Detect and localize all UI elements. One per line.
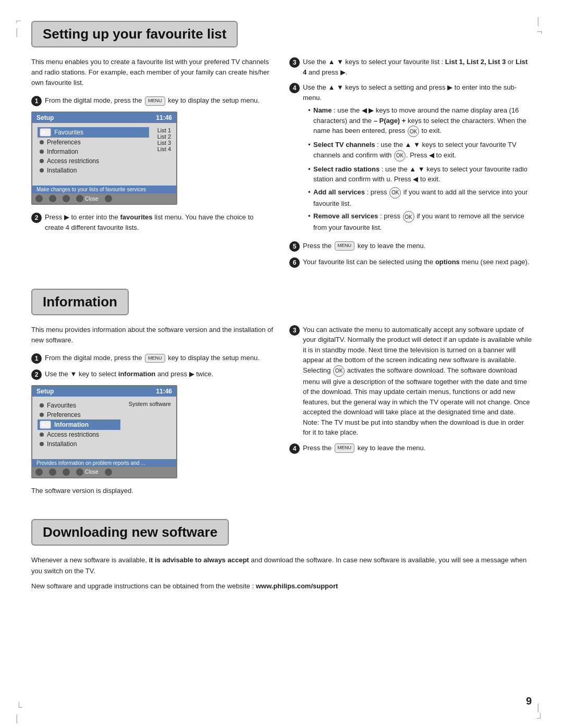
tv2-btn-close-circle [76, 468, 83, 476]
s2-step4-text: Press the MENU key to leave the menu. [303, 443, 425, 453]
menu-key-icon-s2: MENU [145, 354, 165, 363]
section2-intro: This menu provides information about the… [31, 325, 274, 346]
tv-list3: List 3 [157, 140, 171, 146]
step5-number: 5 [289, 241, 300, 252]
section2-step2: 2 Use the ▼ key to select information an… [31, 369, 274, 380]
tv-access-label: Access restrictions [47, 157, 99, 165]
s2-step4-number: 4 [289, 443, 300, 454]
section2-right: 3 You can activate the menu to automatic… [289, 325, 532, 503]
tv-screen-1: Setup 11:46 ★☆ Favourites [31, 112, 177, 205]
section2-step4: 4 Press the MENU key to leave the menu. [289, 443, 532, 454]
download-para2: New software and upgrade instructions ca… [31, 581, 532, 592]
bullet-select-radio: Select radio stations : use the ▲ ▼ keys… [308, 164, 532, 184]
tv-btn-3 [63, 195, 70, 202]
tv-time-1: 11:46 [156, 114, 172, 121]
tv2-access-label: Access restrictions [47, 431, 99, 438]
tv-title-1: Setup [36, 114, 54, 121]
section2-content: This menu provides information about the… [31, 325, 532, 503]
section1-title: Setting up your favourite list [43, 26, 226, 42]
bullet-add-all: Add all services : press OK if you want … [308, 187, 532, 209]
ok-icon-1: OK [408, 126, 419, 137]
step2-text: Press ▶ to enter into the favourites lis… [45, 212, 274, 232]
tv-dot-install [40, 168, 44, 172]
tv-menu-installation: Installation [38, 166, 149, 175]
software-displayed: The software version is displayed. [31, 486, 274, 496]
tv2-btn-2 [49, 468, 56, 476]
tv2-dot-fav [40, 403, 44, 408]
ok-icon-s2: OK [333, 365, 345, 377]
tv2-info-icon: ★☆ [40, 421, 51, 429]
tv2-btn-5 [105, 468, 112, 476]
tv-btn-close-1: Close [76, 195, 99, 202]
step2-number: 2 [31, 213, 42, 223]
bullet-name: Name : use the ◀ ▶ keys to move around t… [308, 105, 532, 137]
tv-time-2: 11:46 [156, 388, 172, 395]
tv-button-bar-1: Close [32, 193, 176, 204]
tv-menu-information: Information [38, 147, 149, 156]
tv-pref-label: Preferences [47, 139, 81, 146]
section2-step3: 3 You can activate the menu to automatic… [289, 325, 532, 438]
tv2-btn-3 [63, 468, 70, 476]
tv2-menu-information: ★☆ Information [38, 419, 120, 430]
tv2-sub-fav: System software [129, 401, 171, 407]
tv2-menu-preferences: Preferences [38, 410, 120, 419]
bullet-select-tv: Select TV channels : use the ▲ ▼ keys to… [308, 140, 532, 162]
tv2-close-label: Close [85, 469, 99, 475]
section3-header: Downloading new software [31, 519, 229, 546]
tv2-dot-access [40, 433, 44, 437]
s2-step2-text: Use the ▼ key to select information and … [45, 369, 213, 379]
tv2-menu-installation: Installation [38, 439, 120, 449]
ok-icon-3: OK [389, 187, 401, 199]
tv-right-col-2: System software [126, 401, 171, 449]
s2-step1-text: From the digital mode, press the MENU ke… [45, 353, 260, 363]
section1-content: This menu enables you to create a favour… [31, 57, 532, 273]
tv-list4: List 4 [157, 146, 171, 152]
tv-btn-2 [49, 195, 56, 202]
tv-content-2: Favourites Preferences ★☆ [32, 397, 176, 459]
bullet-remove-all: Remove all services : press OK if you wa… [308, 211, 532, 233]
s2-step3-number: 3 [289, 325, 300, 336]
tv-status-2: Provides information on problem reports … [32, 459, 176, 467]
step3-number: 3 [289, 57, 300, 68]
menu-key-icon-s2-4: MENU [335, 443, 355, 453]
section1-step3: 3 Use the ▲ ▼ keys to select your favour… [289, 57, 532, 77]
tv-title-2: Setup [36, 388, 54, 395]
section1-step2: 2 Press ▶ to enter into the favourites l… [31, 212, 274, 232]
section-information: Information This menu provides informati… [31, 289, 532, 503]
s2-step2-number: 2 [31, 369, 42, 380]
tv-list1: List 1 [157, 127, 171, 133]
section3-title: Downloading new software [43, 524, 217, 540]
tv-menu-access: Access restrictions [38, 156, 149, 166]
tv-dot-access [40, 159, 44, 163]
step4-number: 4 [289, 83, 300, 93]
section2-step1: 1 From the digital mode, press the MENU … [31, 353, 274, 364]
tv-status-1: Make changes to your lists of favourite … [32, 186, 176, 193]
tv-info-label: Information [47, 148, 78, 155]
tv-btn-close-circle [76, 195, 83, 202]
tv-right-col-1: List 1 List 2 List 3 List 4 [154, 127, 171, 175]
tv-close-label: Close [85, 196, 99, 202]
tv-fav-label: Favourites [54, 129, 83, 136]
step1-number: 1 [31, 96, 42, 106]
section1-step4: 4 Use the ▲ ▼ keys to select a setting a… [289, 82, 532, 236]
section1-left: This menu enables you to create a favour… [31, 57, 274, 273]
section2-left: This menu provides information about the… [31, 325, 274, 503]
tv2-dot-pref [40, 413, 44, 417]
step5-text: Press the MENU key to leave the menu. [303, 241, 425, 251]
tv2-fav-label: Favourites [47, 402, 76, 409]
s2-step1-number: 1 [31, 353, 42, 364]
tv2-info-label: Information [54, 421, 89, 428]
download-para1: Whenever a new software is available, it… [31, 555, 532, 577]
step4-text: Use the ▲ ▼ keys to select a setting and… [303, 82, 532, 236]
menu-key-icon: MENU [145, 96, 165, 106]
ok-icon-4: OK [403, 211, 414, 223]
step6-text: Your favourite list can be selected usin… [303, 257, 530, 267]
corner-mark-tr: | ¬ [537, 16, 547, 26]
section2-title: Information [43, 294, 117, 310]
corner-mark-bl: └ | [16, 702, 26, 712]
menu-key-icon-5: MENU [335, 241, 355, 251]
section1-right: 3 Use the ▲ ▼ keys to select your favour… [289, 57, 532, 273]
tv2-install-label: Installation [47, 440, 77, 448]
tv2-pref-label: Preferences [47, 411, 81, 418]
tv-screen-2: Setup 11:46 Favourites [31, 385, 177, 478]
